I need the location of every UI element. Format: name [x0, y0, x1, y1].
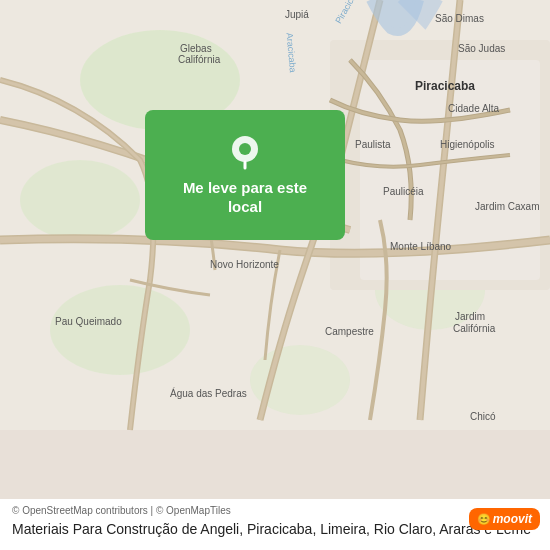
svg-point-30 [239, 143, 251, 155]
svg-text:Jupiá: Jupiá [285, 9, 309, 20]
svg-text:Paulista: Paulista [355, 139, 391, 150]
svg-text:Califórnia: Califórnia [453, 323, 496, 334]
moovit-brand-text: moovit [493, 512, 532, 526]
place-name: Materiais Para Construção de Angeli, Pir… [12, 520, 538, 540]
svg-text:Piracicaba: Piracicaba [415, 79, 475, 93]
navigate-button-label: Me leve para este local [183, 178, 307, 217]
svg-text:Glebas: Glebas [180, 43, 212, 54]
svg-text:Paulicéia: Paulicéia [383, 186, 424, 197]
svg-text:Campestre: Campestre [325, 326, 374, 337]
moovit-logo[interactable]: 😊 moovit [469, 508, 540, 530]
svg-text:Monte Líbano: Monte Líbano [390, 241, 452, 252]
svg-text:São Dimas: São Dimas [435, 13, 484, 24]
svg-text:Califórnia: Califórnia [178, 54, 221, 65]
svg-text:Jardim: Jardim [455, 311, 485, 322]
svg-text:São Judas: São Judas [458, 43, 505, 54]
bottom-info-bar: © OpenStreetMap contributors | © OpenMap… [0, 499, 550, 550]
map-attribution: © OpenStreetMap contributors | © OpenMap… [12, 505, 538, 516]
location-card[interactable]: Me leve para este local [145, 110, 345, 240]
svg-text:Cidade Alta: Cidade Alta [448, 103, 500, 114]
map-container: Jupiá São Dimas São Judas Glebas Califór… [0, 0, 550, 550]
svg-text:Água das Pedras: Água das Pedras [170, 387, 247, 399]
svg-point-2 [20, 160, 140, 240]
svg-text:Higienópolis: Higienópolis [440, 139, 494, 150]
svg-text:Chicó: Chicó [470, 411, 496, 422]
svg-text:Jardim Caxam: Jardim Caxam [475, 201, 539, 212]
moovit-face-icon: 😊 [477, 513, 491, 526]
svg-point-4 [50, 285, 190, 375]
map-svg: Jupiá São Dimas São Judas Glebas Califór… [0, 0, 550, 550]
svg-text:Pau Queimado: Pau Queimado [55, 316, 122, 327]
svg-text:Novo Horizonte: Novo Horizonte [210, 259, 279, 270]
location-pin-icon [227, 134, 263, 170]
